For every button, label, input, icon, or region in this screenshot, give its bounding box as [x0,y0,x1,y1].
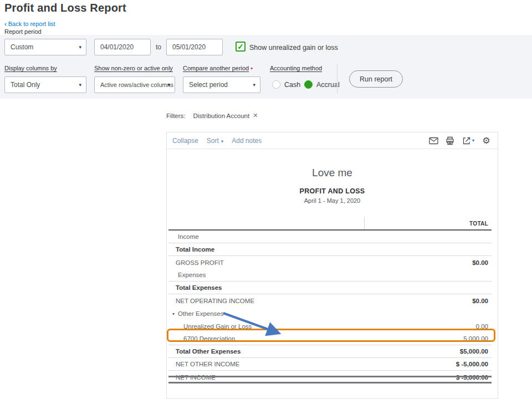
accrual-label: Accrual [316,81,340,89]
from-date-input[interactable]: 04/01/2020 [94,39,151,55]
row-label: Income [168,233,199,240]
chevron-down-icon [79,44,81,50]
row-value: $ -5,000.00 [456,361,488,367]
row-label: NET OPERATING INCOME [168,298,254,304]
row-label: Expenses [168,272,206,278]
chevron-down-icon [472,138,474,143]
collapse-link[interactable]: Collapse [172,137,198,145]
total-column-header: TOTAL [469,221,488,227]
table-row: 6700 Depreciation 5,000.00 [168,332,492,345]
row-label: 6700 Depreciation [168,335,235,342]
chevron-down-icon [79,82,81,88]
nonzero-label: Show non-zero or active only [94,65,173,71]
show-unrealized-checkbox[interactable] [236,42,245,52]
row-value: $0.00 [472,298,488,304]
back-to-report-list-link[interactable]: ‹Back to report list [4,21,55,27]
table-row: Expenses [168,269,492,282]
table-row: Total Other Expenses $5,000.00 [168,345,492,358]
display-columns-label: Display columns by [4,65,57,71]
run-report-button[interactable]: Run report [349,70,403,88]
accounting-method-label: Accounting method [270,65,322,71]
show-unrealized-label: Show unrealized gain or loss [249,44,338,52]
table-row: NET INCOME $ -5,000.00 [168,371,492,383]
cash-radio[interactable] [272,80,280,89]
collapse-caret-icon[interactable] [172,311,175,316]
table-row: NET OTHER INCOME $ -5,000.00 [168,358,492,371]
table-row: Other Expenses [168,307,492,320]
display-columns-select[interactable]: Total Only [4,76,86,93]
table-row: GROSS PROFIT $0.00 [168,256,492,269]
required-dot-icon: • [250,65,253,71]
active-filters: Filters: Distribution Account ✕ [166,112,258,119]
report-toolbar: Collapse Sort Add notes [167,132,498,149]
accrual-radio-option[interactable]: Accrual [304,80,340,89]
row-label: Total Other Expenses [168,348,241,355]
report-rows: Income Total Income GROSS PROFIT $0.00 E… [168,231,492,383]
table-row: Unrealized Gain or Loss 0.00 [168,320,492,332]
export-icon[interactable] [462,136,474,145]
page-title: Profit and Loss Report [4,2,126,14]
settings-icon[interactable] [482,136,491,145]
row-value: $5,000.00 [460,348,488,355]
chevron-down-icon [253,82,255,88]
table-row: Total Expenses [168,282,492,294]
filter-chip: Distribution Account [193,112,250,119]
cash-radio-option[interactable]: Cash [272,80,300,89]
print-icon[interactable] [446,136,455,145]
report-title: PROFIT AND LOSS [167,187,498,195]
to-date-input[interactable]: 05/01/2020 [166,39,223,55]
chevron-down-icon [167,82,170,88]
row-value: $ -5,000.00 [456,374,488,381]
row-value: $0.00 [472,259,488,266]
row-label: NET INCOME [168,374,216,381]
email-icon[interactable] [429,136,438,145]
row-label: Total Income [168,246,214,253]
compare-period-label: Compare another period• [183,65,253,71]
report-period-select[interactable]: Custom [4,39,86,55]
row-label: NET OTHER INCOME [168,361,239,367]
cash-label: Cash [284,81,300,89]
row-label: Other Expenses [168,310,223,317]
filters-label: Filters: [166,112,186,119]
nonzero-select[interactable]: Active rows/active columns [94,76,175,93]
compare-period-select[interactable]: Select period [183,76,260,93]
to-label: to [156,43,161,51]
row-value: 0.00 [476,323,488,330]
row-label: Total Expenses [168,284,222,291]
remove-filter-icon[interactable]: ✕ [253,112,258,119]
accrual-radio[interactable] [304,80,313,89]
report-period-label: Report period [4,28,42,35]
add-notes-link[interactable]: Add notes [232,137,262,145]
chevron-left-icon: ‹ [4,21,7,27]
report-date-range: April 1 - May 1, 2020 [167,197,498,204]
table-row: Total Income [168,243,492,256]
row-label: GROSS PROFIT [168,259,224,266]
toolbar-divider [337,64,337,93]
table-header: TOTAL [168,218,492,231]
row-value: 5,000.00 [463,335,488,342]
report-panel: Collapse Sort Add notes Love me PROFIT A… [166,132,498,399]
row-label: Unrealized Gain or Loss [168,323,252,330]
company-name: Love me [167,167,498,179]
table-row: NET OPERATING INCOME $0.00 [168,294,492,307]
sort-menu[interactable]: Sort [207,137,224,145]
table-row: Income [168,231,492,243]
